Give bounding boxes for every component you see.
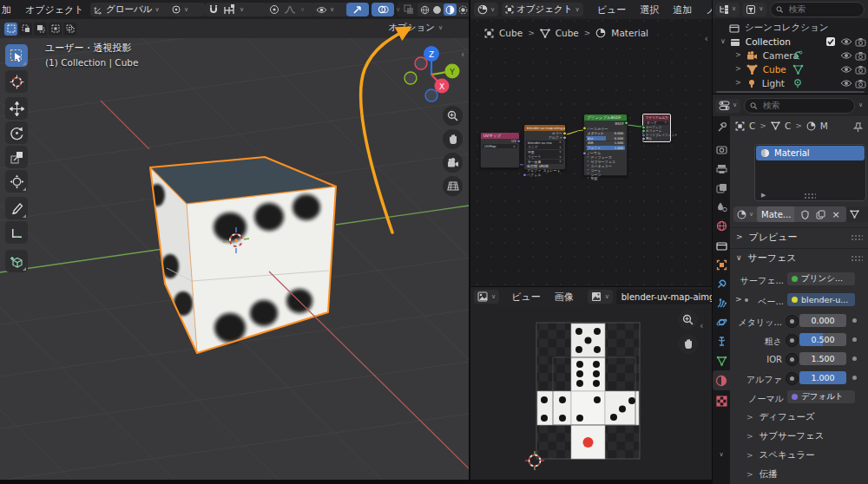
material-slot-row-selected[interactable]: Material — [756, 146, 865, 160]
chevron-down-icon[interactable]: ∨ — [300, 7, 305, 13]
editor-type-button[interactable]: ∨ — [715, 3, 740, 16]
ior-decorator[interactable] — [852, 356, 857, 361]
show-overlays-button[interactable] — [372, 3, 394, 16]
output-thickness-row[interactable]: 厚み — [643, 137, 670, 141]
section-subsurface[interactable]: >サブサーフェス — [746, 430, 825, 442]
eye-icon[interactable] — [840, 37, 852, 46]
roughness-decorator[interactable] — [852, 337, 857, 342]
normal-widget[interactable]: デフォルト — [787, 390, 855, 403]
viewport-zoom-button[interactable] — [443, 106, 463, 126]
breadcrumb-material[interactable]: Material — [611, 28, 648, 38]
eye-icon[interactable] — [840, 51, 852, 60]
eye-icon[interactable] — [840, 79, 852, 88]
alpha-decorator[interactable] — [852, 376, 857, 380]
falloff-curve-icon[interactable] — [284, 4, 296, 15]
expand-icon[interactable]: > — [735, 66, 741, 73]
breadcrumb-object[interactable]: Cube — [499, 28, 523, 38]
list-resize-grip[interactable] — [804, 193, 816, 199]
image-source-select[interactable]: 単一画像∨ — [526, 160, 563, 164]
tab-scene[interactable] — [713, 198, 730, 216]
socket-thickness-in[interactable] — [641, 137, 646, 141]
dice-cube-object[interactable] — [149, 157, 336, 353]
bsdf-metallic-slider[interactable]: メタリック0.000 — [586, 132, 625, 136]
tab-constraints[interactable] — [713, 332, 730, 350]
image-name-field[interactable]: blender-uv-map-aimg.pn — [616, 289, 712, 304]
tool-transform[interactable] — [5, 170, 28, 193]
panel-drag-grip[interactable] — [851, 255, 863, 261]
tool-annotate[interactable] — [5, 197, 28, 219]
region-toggle-icon[interactable]: ‹ — [700, 320, 703, 331]
viewport-camera-view-button[interactable] — [443, 153, 463, 173]
ior-slider[interactable]: 1.500 — [799, 352, 846, 365]
render-visibility-icon[interactable] — [855, 37, 866, 47]
output-target-select[interactable]: すべて∨ — [645, 121, 668, 126]
outliner-row-camera[interactable]: > Camera — [713, 49, 868, 62]
menu-object[interactable]: オブジェクト — [18, 3, 91, 16]
menu-select[interactable]: 選択 — [633, 3, 666, 16]
tab-render[interactable] — [713, 141, 730, 159]
tab-output[interactable] — [713, 160, 730, 178]
viewport-ortho-toggle-button[interactable] — [443, 176, 463, 196]
roughness-slider[interactable]: 0.500 — [799, 333, 846, 346]
roughness-socket-button[interactable] — [786, 334, 799, 347]
outliner-search[interactable] — [770, 2, 865, 17]
crumb-material[interactable]: M — [820, 121, 828, 131]
surface-shader-button[interactable]: プリンシ... — [787, 272, 855, 285]
tool-scale[interactable] — [5, 146, 28, 168]
section-transmission[interactable]: >伝播 — [746, 468, 778, 481]
shading-solid-button[interactable] — [431, 3, 443, 16]
crumb-object[interactable]: C — [749, 121, 755, 131]
show-gizmo-button[interactable] — [346, 3, 369, 16]
editor-type-button[interactable]: ∨ — [715, 99, 740, 113]
shading-material-preview-button[interactable] — [444, 3, 457, 16]
gizmo-negz-ball[interactable] — [425, 89, 437, 101]
select-mode-new-button[interactable] — [4, 23, 17, 36]
tab-world[interactable] — [713, 217, 730, 235]
outliner-search-input[interactable] — [787, 3, 858, 15]
node-uv-map[interactable]: UVマップ UV UVMap∨ — [480, 132, 520, 168]
tool-cursor[interactable] — [5, 70, 28, 93]
menu-view[interactable]: ビュー — [590, 3, 634, 16]
snap-target-icon[interactable] — [223, 4, 235, 15]
menu-node[interactable]: ノ — [699, 3, 712, 16]
expand-icon[interactable]: ∨ — [720, 38, 726, 45]
metallic-socket-button[interactable] — [786, 315, 799, 328]
uvmap-select[interactable]: UVMap∨ — [483, 144, 517, 148]
region-toggle-icon[interactable]: ‹ — [705, 33, 708, 44]
menu-view[interactable]: ビュー — [504, 291, 548, 304]
viewport-pan-button[interactable] — [443, 129, 463, 149]
outliner[interactable]: ∨ ∨ シーンコレクション ∨ Collection > — [713, 0, 868, 94]
render-visibility-icon[interactable] — [855, 51, 866, 61]
bsdf-roughness-slider[interactable]: 粗さ0.500 — [586, 136, 625, 141]
render-visibility-icon[interactable] — [855, 65, 866, 75]
image-datablock-button[interactable]: ∨ — [588, 290, 613, 304]
navigation-gizmo[interactable]: Z Y X — [401, 42, 467, 108]
image-pan-button[interactable] — [678, 334, 698, 354]
tab-object[interactable] — [713, 256, 730, 274]
menu-image[interactable]: 画像 — [548, 291, 581, 304]
tool-move[interactable] — [5, 97, 28, 120]
node-material-output[interactable]: マテリアル出力 すべて∨ サーフェス ボリューム ディスプレイスメント 厚み — [642, 114, 671, 142]
alpha-socket-button[interactable] — [786, 372, 799, 385]
node-image-texture[interactable]: blender-uv-map-aimg.png カラー アルファ blender… — [523, 124, 566, 170]
viewport-canvas[interactable] — [0, 0, 469, 480]
image-zoom-button[interactable] — [678, 310, 698, 330]
tab-view-layer[interactable] — [713, 179, 730, 197]
eye-icon[interactable] — [840, 65, 852, 74]
image-editor[interactable]: ∨ ビュー 画像 ∨ blender-uv-map-aimg.pn ‹ — [470, 287, 712, 480]
image-extension-select[interactable]: リピート∨ — [526, 154, 563, 159]
tab-physics[interactable] — [713, 313, 730, 331]
tab-collection[interactable] — [713, 237, 730, 255]
pivot-point-dropdown[interactable]: ∨ — [168, 3, 206, 16]
tool-rotate[interactable] — [5, 121, 28, 144]
select-mode-intersect-button[interactable] — [63, 23, 76, 36]
sidebar-toggle-icon[interactable]: ‹ — [461, 49, 464, 60]
viewport-3d[interactable]: 加 オブジェクト グローバル ∨ ∨ ∨ ∨ — [0, 0, 469, 480]
menu-add[interactable]: 追加 — [666, 3, 699, 16]
properties-search[interactable] — [744, 98, 855, 114]
editor-type-button[interactable]: ∨ — [474, 3, 498, 16]
expand-icon[interactable]: > — [735, 52, 741, 59]
tabs-overflow-icon[interactable]: ∨ — [713, 446, 730, 464]
link-target-dropdown[interactable]: ∨ — [846, 206, 868, 222]
node-output-uv[interactable]: UV — [481, 139, 519, 144]
